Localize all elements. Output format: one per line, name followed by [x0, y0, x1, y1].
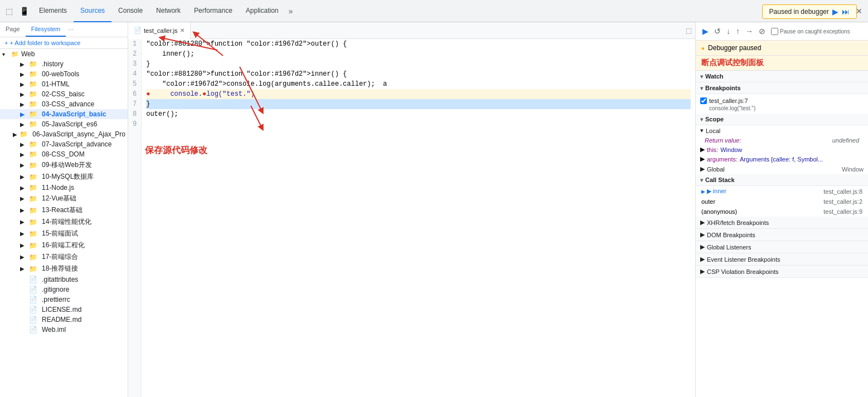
tree-item-04-JavaScript-basic[interactable]: ▶📁04-JavaScript_basic: [0, 109, 128, 119]
step-button[interactable]: →: [743, 26, 755, 37]
step-over-button-dbg[interactable]: ↺: [712, 26, 723, 37]
debug-panel-scroll[interactable]: ▾ Watch ▾ Breakpoints test_caller.js:7 c…: [696, 71, 868, 397]
scope-section-header[interactable]: ▾ Scope: [696, 114, 868, 125]
tree-item-09---Web--[interactable]: ▶📁09-移动Web开发: [0, 159, 128, 171]
tab-elements[interactable]: Elements: [32, 0, 74, 22]
code-line-8: }: [146, 99, 691, 109]
tree-item-12-Vue--[interactable]: ▶📁12-Vue基础: [0, 193, 128, 204]
tree-item-08-CSS-DOM[interactable]: ▶📁08-CSS_DOM: [0, 149, 128, 159]
tree-item--prettierrc[interactable]: 📄.prettierrc: [0, 295, 128, 305]
folder-icon: 📁: [29, 218, 37, 226]
tree-item-16------[interactable]: ▶📁16-前端工程化: [0, 239, 128, 251]
pause-exceptions-input[interactable]: [771, 28, 778, 35]
tab-performance[interactable]: Performance: [187, 0, 239, 22]
watch-section-header[interactable]: ▾ Watch: [696, 71, 868, 82]
global-listeners-section[interactable]: ▶ Global Listeners: [696, 241, 868, 253]
tree-item-11-Node-js[interactable]: ▶📁11-Node.js: [0, 183, 128, 193]
add-folder-button[interactable]: + + Add folder to workspace: [4, 40, 80, 46]
step-over-button[interactable]: ⏭: [842, 7, 850, 16]
global-scope-header[interactable]: ▶ Global Window: [696, 164, 868, 174]
xhr-breakpoints-section[interactable]: ▶ XHR/fetch Breakpoints: [696, 217, 868, 229]
callstack-name-outer: outer: [701, 198, 715, 205]
tree-item-14-------[interactable]: ▶📁14-前端性能优化: [0, 216, 128, 228]
sidebar-tab-filesystem[interactable]: Filesystem: [26, 22, 66, 37]
tree-items-container: ▶📁.history▶📁00-webTools▶📁01-HTML▶📁02-CSS…: [0, 59, 128, 335]
debugger-annotation-bar: 断点调试控制面板: [696, 56, 868, 71]
tab-sources[interactable]: Sources: [74, 0, 111, 22]
inspect-button[interactable]: ⬚: [2, 4, 16, 18]
global-scope-label: Global: [707, 166, 725, 173]
tab-application[interactable]: Application: [239, 0, 285, 22]
tree-item-05-JavaScript-es6[interactable]: ▶📁05-JavaScript_es6: [0, 119, 128, 129]
sidebar-tab-page[interactable]: Page: [0, 22, 26, 37]
resume-debugger-button[interactable]: ▶: [700, 26, 711, 37]
step-out-button[interactable]: ↑: [734, 26, 742, 37]
paused-text: Paused in debugger: [769, 8, 829, 16]
tab-console[interactable]: Console: [111, 0, 149, 22]
tree-item-02-CSS-baisc[interactable]: ▶📁02-CSS_baisc: [0, 89, 128, 99]
tree-item-01-HTML[interactable]: ▶📁01-HTML: [0, 79, 128, 89]
callstack-item-outer[interactable]: outer test_caller.js:2: [696, 197, 868, 207]
tree-item-label: 03-CSS_advance: [42, 100, 94, 108]
tree-item-06-JavaScript-async-Ajax-Pro[interactable]: ▶📁06-JavaScript_async_Ajax_Pro: [0, 129, 128, 139]
more-tabs-button[interactable]: »: [285, 4, 297, 18]
tab-network[interactable]: Network: [149, 0, 187, 22]
tree-item-Web-iml[interactable]: 📄Web.iml: [0, 325, 128, 335]
editor-tab-test-caller[interactable]: 📄 test_caller.js ✕: [128, 22, 191, 39]
step-into-button[interactable]: ↓: [724, 26, 733, 37]
close-tab-button[interactable]: ✕: [180, 27, 185, 33]
tree-item--gitignore[interactable]: 📄.gitignore: [0, 285, 128, 295]
breakpoints-section-header[interactable]: ▾ Breakpoints: [696, 82, 868, 94]
tree-item-18-----[interactable]: ▶📁18-推荐链接: [0, 263, 128, 275]
event-listener-breakpoints-section[interactable]: ▶ Event Listener Breakpoints: [696, 253, 868, 266]
tree-item--history[interactable]: ▶📁.history: [0, 59, 128, 69]
breakpoint-dot: ●: [146, 90, 154, 98]
tree-item-17-----[interactable]: ▶📁17-前端综合: [0, 251, 128, 263]
arguments-scope-item[interactable]: ▶ arguments: Arguments [callee: f, Symbo…: [696, 154, 868, 164]
tree-item-00-webTools[interactable]: ▶📁00-webTools: [0, 69, 128, 79]
dom-chevron-icon: ▶: [700, 231, 705, 238]
chevron-right-icon: ▶: [20, 91, 27, 97]
dom-breakpoints-section[interactable]: ▶ DOM Breakpoints: [696, 229, 868, 241]
line-number-5: 5: [133, 79, 137, 89]
callstack-section-header[interactable]: ▾ Call Stack: [696, 174, 868, 186]
tree-item-13-React--[interactable]: ▶📁13-React基础: [0, 204, 128, 216]
callstack-item-inner[interactable]: ▶ inner test_caller.js:8: [696, 186, 868, 197]
folder-icon: 📁: [29, 90, 37, 98]
tree-item-label: 02-CSS_baisc: [42, 90, 85, 98]
pause-on-exceptions-checkbox[interactable]: Pause on caught exceptions: [769, 27, 852, 36]
expand-editor-button[interactable]: ⬚: [682, 27, 695, 35]
tree-item-LICENSE-md[interactable]: 📄LICENSE.md: [0, 305, 128, 315]
code-container[interactable]: 123456789 "color:#881280">function "colo…: [128, 39, 695, 397]
this-scope-item[interactable]: ▶ this: Window: [696, 145, 868, 154]
deactivate-breakpoints-button[interactable]: ⊘: [757, 26, 768, 37]
file-icon: 📄: [29, 306, 37, 313]
folder-icon: 📁: [11, 51, 19, 58]
sidebar-more-button[interactable]: ⋯: [66, 22, 76, 37]
breakpoint-checkbox-1[interactable]: [700, 97, 707, 104]
tree-item-label: 07-JavaScript_advance: [42, 140, 111, 148]
tree-item-10-MySQL---[interactable]: ▶📁10-MySQL数据库: [0, 171, 128, 183]
callstack-item-anonymous[interactable]: (anonymous) test_caller.js:9: [696, 207, 868, 217]
tree-item--gitattributes[interactable]: 📄.gitattributes: [0, 275, 128, 285]
tree-item-15-----[interactable]: ▶📁15-前端面试: [0, 228, 128, 239]
resume-button[interactable]: ▶: [832, 7, 838, 16]
csp-violation-section[interactable]: ▶ CSP Violation Breakpoints: [696, 266, 868, 278]
tree-item-label: .gitignore: [42, 286, 69, 293]
debugger-status: ● Debugger paused: [696, 41, 868, 56]
folder-icon: 📁: [29, 80, 37, 88]
breakpoints-section-content: test_caller.js:7 console.log("test."): [696, 94, 868, 114]
file-tree: ▾ 📁 Web ▶📁.history▶📁00-webTools▶📁01-HTML…: [0, 49, 128, 397]
tree-root-web[interactable]: ▾ 📁 Web: [0, 49, 128, 59]
this-expand-icon: ▶: [700, 146, 705, 153]
device-button[interactable]: 📱: [16, 4, 32, 18]
tree-item-README-md[interactable]: 📄README.md: [0, 315, 128, 325]
tree-item-07-JavaScript-advance[interactable]: ▶📁07-JavaScript_advance: [0, 139, 128, 149]
chevron-down-icon: ▾: [2, 51, 9, 57]
tree-item-03-CSS-advance[interactable]: ▶📁03-CSS_advance: [0, 99, 128, 109]
arguments-key: arguments:: [707, 156, 738, 163]
code-line-5: "color:#881280">function "color:#1967d2"…: [146, 69, 691, 79]
local-scope-header[interactable]: ▾ Local: [696, 125, 868, 136]
code-line-7: ● console.●log("test."): [146, 89, 691, 99]
folder-icon: 📁: [29, 150, 37, 158]
